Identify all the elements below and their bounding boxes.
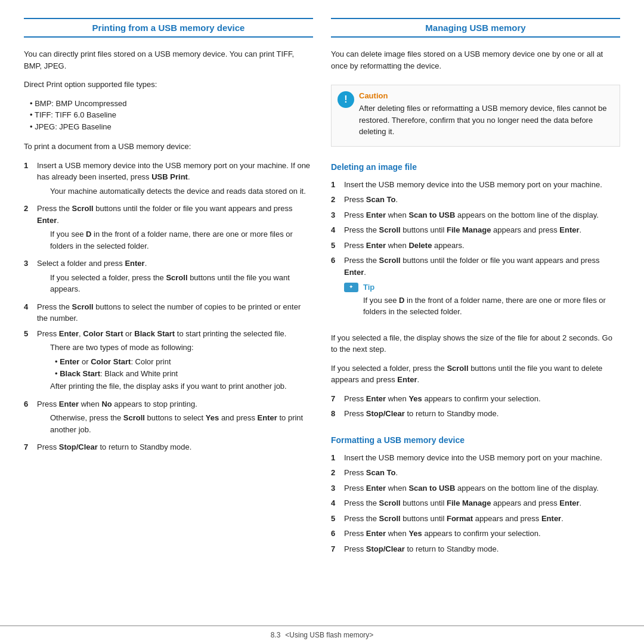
step-6-text: Press Enter when No appears to stop prin… [37, 400, 197, 408]
tip-text: If you see D in the front of a folder na… [363, 296, 606, 317]
left-step-7: 7 Press Stop/Clear to return to Standby … [24, 441, 313, 453]
step-5-bullets: Enter or Color Start: Color print Black … [55, 356, 313, 381]
del-step-num-4: 4 [331, 224, 339, 236]
step-1-content: Insert a USB memory device into the USB … [37, 160, 313, 200]
step-num-1: 1 [24, 160, 32, 200]
del-step-6-content: Press the Scroll buttons until the folde… [344, 255, 620, 321]
step-4-content: Press the Scroll buttons to select the n… [37, 301, 313, 324]
left-step-5: 5 Press Enter, Color Start or Black Star… [24, 328, 313, 395]
del-step-1-content: Insert the USB memory device into the US… [344, 179, 620, 191]
fmt-step-6: 6 Press Enter when Yes appears to confir… [331, 528, 620, 540]
deleting-steps-list: 1 Insert the USB memory device into the … [331, 179, 620, 325]
left-intro2: Direct Print option supported file types… [24, 79, 313, 91]
step-6-sub: Otherwise, press the Scroll buttons to s… [50, 412, 313, 435]
left-step-6: 6 Press Enter when No appears to stop pr… [24, 398, 313, 438]
fmt-step-5-content: Press the Scroll buttons until Format ap… [344, 513, 620, 525]
del-step-8: 8 Press Stop/Clear to return to Standby … [331, 408, 620, 420]
tip-content: Tip If you see D in the front of a folde… [363, 281, 620, 318]
fmt-step-4-content: Press the Scroll buttons until File Mana… [344, 497, 620, 509]
step-5-text: Press Enter, Color Start or Black Start … [37, 329, 286, 338]
fmt-step-7-text: Press Stop/Clear to return to Standby mo… [344, 544, 499, 553]
left-step-1: 1 Insert a USB memory device into the US… [24, 160, 313, 200]
step-5-content: Press Enter, Color Start or Black Start … [37, 328, 313, 395]
caution-box: ! Caution After deleting files or reform… [331, 85, 620, 147]
tip-key-icon [344, 283, 358, 292]
left-section-header: Printing from a USB memory device [24, 18, 313, 38]
fmt-step-5: 5 Press the Scroll buttons until Format … [331, 513, 620, 525]
fmt-step-5-text: Press the Scroll buttons until Format ap… [344, 514, 564, 523]
fmt-step-6-text: Press Enter when Yes appears to confirm … [344, 529, 541, 538]
del-step-4-text: Press the Scroll buttons until File Mana… [344, 225, 581, 234]
del-step-1-text: Insert the USB memory device into the US… [344, 180, 602, 189]
left-intro1: You can directly print files stored on a… [24, 48, 313, 72]
step-num-6: 6 [24, 398, 32, 438]
step-5-bullet-2: Black Start: Black and White print [55, 368, 313, 380]
step-5-bullet-1: Enter or Color Start: Color print [55, 356, 313, 369]
step-7-text: Press Stop/Clear to return to Standby mo… [37, 442, 191, 451]
caution-content: Caution After deleting files or reformat… [359, 91, 614, 140]
left-column: Printing from a USB memory device You ca… [24, 18, 313, 620]
fmt-step-1-content: Insert the USB memory device into the US… [344, 452, 620, 464]
fmt-step-1: 1 Insert the USB memory device into the … [331, 452, 620, 464]
step-num-4: 4 [24, 301, 32, 324]
step-5-sub: There are two types of mode as following… [50, 342, 313, 392]
left-intro3: To print a document from a USB memory de… [24, 141, 313, 153]
step-3-content: Select a folder and press Enter. If you … [37, 258, 313, 298]
step-num-2: 2 [24, 203, 32, 254]
del-step-2-text: Press Scan To. [344, 195, 398, 204]
file-type-bmp: BMP: BMP Uncompressed [30, 98, 313, 110]
step-1-text: Insert a USB memory device into the USB … [37, 161, 310, 182]
step-4-text: Press the Scroll buttons to select the n… [37, 302, 301, 323]
step-1-sub: Your machine automatically detects the d… [50, 185, 313, 197]
footer-inner: 8.3 <Using USB flash memory> [271, 631, 374, 639]
fmt-step-num-2: 2 [331, 467, 339, 479]
del-step-4: 4 Press the Scroll buttons until File Ma… [331, 224, 620, 236]
fmt-step-3: 3 Press Enter when Scan to USB appears o… [331, 482, 620, 494]
del-step-2: 2 Press Scan To. [331, 194, 620, 206]
del-step-7-text: Press Enter when Yes appears to confirm … [344, 394, 541, 403]
fmt-step-7: 7 Press Stop/Clear to return to Standby … [331, 543, 620, 555]
fmt-step-num-1: 1 [331, 452, 339, 464]
step-num-5: 5 [24, 328, 32, 395]
content-area: Printing from a USB memory device You ca… [0, 0, 644, 626]
del-step-num-2: 2 [331, 194, 339, 206]
tip-icon [344, 281, 358, 318]
fmt-step-num-3: 3 [331, 482, 339, 494]
fmt-step-num-5: 5 [331, 513, 339, 525]
file-type-tiff: TIFF: TIFF 6.0 Baseline [30, 109, 313, 121]
step-3-sub: If you selected a folder, press the Scro… [50, 272, 313, 295]
tip-title: Tip [363, 281, 620, 293]
tip-box: Tip If you see D in the front of a folde… [344, 281, 620, 318]
del-step-8-text: Press Stop/Clear to return to Standby mo… [344, 409, 499, 418]
del-step-num-1: 1 [331, 179, 339, 191]
right-intro: You can delete image files stored on a U… [331, 48, 620, 72]
del-step-6-text: Press the Scroll buttons until the folde… [344, 256, 600, 277]
caution-text: After deleting files or reformatting a U… [359, 103, 614, 138]
del-step-7: 7 Press Enter when Yes appears to confir… [331, 393, 620, 405]
deleting-header: Deleting an image file [331, 162, 620, 172]
step-7-content: Press Stop/Clear to return to Standby mo… [37, 441, 313, 453]
del-step-3-text: Press Enter when Scan to USB appears on … [344, 210, 599, 219]
del-step-8-content: Press Stop/Clear to return to Standby mo… [344, 408, 620, 420]
del-step-5-text: Press Enter when Delete appears. [344, 241, 465, 250]
left-step-4: 4 Press the Scroll buttons to select the… [24, 301, 313, 324]
deleting-steps2-list: 7 Press Enter when Yes appears to confir… [331, 393, 620, 423]
fmt-step-num-6: 6 [331, 528, 339, 540]
del-step-num-5: 5 [331, 240, 339, 252]
del-step-num-3: 3 [331, 209, 339, 221]
step-2-content: Press the Scroll buttons until the folde… [37, 203, 313, 254]
fmt-step-num-7: 7 [331, 543, 339, 555]
right-title: Managing USB memory [337, 23, 614, 33]
file-type-jpeg: JPEG: JPEG Baseline [30, 121, 313, 133]
right-column: Managing USB memory You can delete image… [331, 18, 620, 620]
page: Printing from a USB memory device You ca… [0, 0, 644, 644]
footer: 8.3 <Using USB flash memory> [0, 626, 644, 644]
left-step-2: 2 Press the Scroll buttons until the fol… [24, 203, 313, 254]
fmt-step-2-content: Press Scan To. [344, 467, 620, 479]
fmt-step-7-content: Press Stop/Clear to return to Standby mo… [344, 543, 620, 555]
step-6-content: Press Enter when No appears to stop prin… [37, 398, 313, 438]
step-2-sub: If you see D in the front of a folder na… [50, 228, 313, 252]
left-steps-list: 1 Insert a USB memory device into the US… [24, 160, 313, 457]
fmt-step-1-text: Insert the USB memory device into the US… [344, 453, 602, 462]
formatting-header: Formatting a USB memory device [331, 435, 620, 445]
